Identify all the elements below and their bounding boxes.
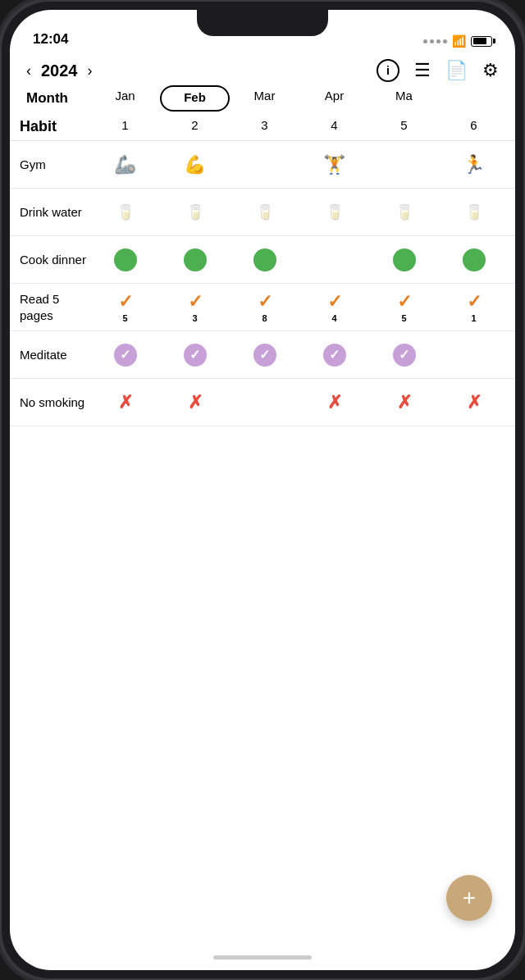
gym-cell-3[interactable] <box>230 160 299 170</box>
read-cell-1[interactable]: ✓ 5 <box>90 286 160 328</box>
water-cell-3[interactable]: 🥛 <box>230 198 299 226</box>
habit-name-read-pages: Read 5 pages <box>16 285 90 330</box>
notch <box>197 10 328 36</box>
med-cell-3[interactable] <box>230 339 299 371</box>
status-time: 12:04 <box>33 31 68 48</box>
smoke-cell-4[interactable]: ✗ <box>299 387 369 418</box>
med-cell-6[interactable] <box>439 350 509 360</box>
table-header: Habit 1 2 3 4 5 6 <box>10 113 515 141</box>
month-apr[interactable]: Apr <box>299 85 369 112</box>
col-header-4: 4 <box>299 113 369 140</box>
toolbar: i ☰ 📄 ⚙ <box>377 59 499 82</box>
month-feb[interactable]: Feb <box>160 85 230 112</box>
year-nav: ‹ 2024 › <box>26 62 93 80</box>
next-year-button[interactable]: › <box>88 62 93 80</box>
cook-cell-5[interactable] <box>369 244 439 276</box>
water-cell-6[interactable]: 🥛 <box>439 198 509 226</box>
habit-name-no-smoking: No smoking <box>16 388 90 417</box>
read-cell-6[interactable]: ✓ 1 <box>439 286 509 328</box>
info-button[interactable]: i <box>377 59 399 82</box>
home-bar <box>213 955 312 959</box>
water-cell-2[interactable]: 🥛 <box>160 198 230 226</box>
table-row: No smoking ✗ ✗ ✗ ✗ ✗ <box>10 379 515 426</box>
med-cell-5[interactable] <box>369 339 439 371</box>
year-label: 2024 <box>41 62 78 80</box>
add-icon: + <box>463 887 476 909</box>
col-header-2: 2 <box>160 113 230 140</box>
col-header-6: 6 <box>439 113 509 140</box>
month-mar[interactable]: Mar <box>230 85 299 112</box>
med-cell-2[interactable] <box>160 339 230 371</box>
edit-button[interactable]: 📄 <box>445 60 468 81</box>
prev-year-button[interactable]: ‹ <box>26 62 31 80</box>
month-nav: Month Jan Feb Mar Apr Ma <box>10 85 515 112</box>
main-content: ‹ 2024 › i ☰ 📄 ⚙ Month Jan Feb Mar Apr M… <box>10 52 515 970</box>
add-habit-button[interactable]: + <box>446 875 492 921</box>
cook-cell-2[interactable] <box>160 244 230 276</box>
table-row: Meditate <box>10 331 515 379</box>
habit-name-gym: Gym <box>16 150 90 180</box>
habit-name-cook-dinner: Cook dinner <box>16 245 90 275</box>
table-row: Drink water 🥛 🥛 🥛 🥛 🥛 🥛 <box>10 189 515 236</box>
wifi-icon: 📶 <box>452 34 466 48</box>
habit-name-drink-water: Drink water <box>16 198 90 227</box>
habit-col-header: Habit <box>16 113 90 140</box>
smoke-cell-1[interactable]: ✗ <box>90 387 160 418</box>
gym-cell-5[interactable] <box>369 160 439 170</box>
home-indicator <box>10 944 515 970</box>
smoke-cell-6[interactable]: ✗ <box>439 387 509 418</box>
cook-cell-3[interactable] <box>230 244 299 276</box>
gym-cell-1[interactable]: 🦾 <box>90 151 160 179</box>
month-jan[interactable]: Jan <box>90 85 160 112</box>
settings-button[interactable]: ⚙ <box>482 60 499 81</box>
signal-dots-icon <box>423 39 447 43</box>
smoke-cell-3[interactable] <box>230 398 299 408</box>
read-cell-3[interactable]: ✓ 8 <box>230 286 299 328</box>
cook-cell-6[interactable] <box>439 244 509 276</box>
table-row: Gym 🦾 💪 🏋️ 🏃 <box>10 141 515 189</box>
phone-frame: 12:04 📶 ‹ 2024 › <box>0 0 525 980</box>
col-header-3: 3 <box>230 113 299 140</box>
month-may[interactable]: Ma <box>369 85 439 112</box>
water-cell-5[interactable]: 🥛 <box>369 198 439 226</box>
month-header-label: Month <box>16 85 90 112</box>
table-row: Cook dinner <box>10 236 515 284</box>
list-button[interactable]: ☰ <box>414 60 431 81</box>
read-cell-4[interactable]: ✓ 4 <box>299 286 369 328</box>
top-bar: ‹ 2024 › i ☰ 📄 ⚙ <box>10 52 515 85</box>
habit-name-meditate: Meditate <box>16 340 90 370</box>
battery-icon <box>471 36 492 47</box>
read-cell-5[interactable]: ✓ 5 <box>369 286 439 328</box>
cook-cell-1[interactable] <box>90 244 160 276</box>
water-cell-4[interactable]: 🥛 <box>299 198 369 226</box>
read-cell-2[interactable]: ✓ 3 <box>160 286 230 328</box>
table-row: Read 5 pages ✓ 5 ✓ 3 ✓ 8 ✓ <box>10 284 515 331</box>
med-cell-1[interactable] <box>90 339 160 371</box>
gym-cell-6[interactable]: 🏃 <box>439 151 509 179</box>
med-cell-4[interactable] <box>299 339 369 371</box>
phone-screen: 12:04 📶 ‹ 2024 › <box>10 10 515 970</box>
col-header-5: 5 <box>369 113 439 140</box>
status-icons: 📶 <box>423 34 492 48</box>
habit-table: Habit 1 2 3 4 5 6 Gym 🦾 💪 🏋️ 🏃 <box>10 113 515 944</box>
smoke-cell-5[interactable]: ✗ <box>369 387 439 418</box>
col-header-1: 1 <box>90 113 160 140</box>
gym-cell-2[interactable]: 💪 <box>160 151 230 179</box>
smoke-cell-2[interactable]: ✗ <box>160 387 230 418</box>
cook-cell-4[interactable] <box>299 255 369 265</box>
gym-cell-4[interactable]: 🏋️ <box>299 151 369 179</box>
water-cell-1[interactable]: 🥛 <box>90 198 160 226</box>
